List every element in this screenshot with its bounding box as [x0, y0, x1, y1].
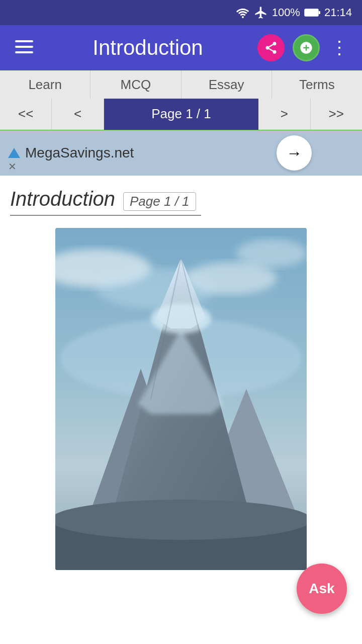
content-title: Introduction — [10, 188, 115, 210]
ad-site-name: MegaSavings.net — [25, 145, 134, 161]
prev-page-button[interactable]: < — [52, 99, 104, 130]
hamburger-menu-icon[interactable] — [10, 34, 38, 62]
svg-rect-4 — [15, 51, 33, 53]
app-bar: Introduction ⋮ — [0, 25, 362, 70]
time-text: 21:14 — [324, 6, 352, 19]
svg-point-6 — [266, 46, 269, 50]
svg-line-9 — [269, 45, 273, 47]
svg-rect-1 — [319, 11, 320, 14]
share-button[interactable] — [257, 34, 285, 61]
svg-rect-2 — [15, 40, 33, 42]
content-divider — [10, 215, 201, 216]
ad-logo-icon — [8, 148, 20, 158]
ad-close-button[interactable]: ✕ — [8, 160, 17, 173]
ad-logo: MegaSavings.net — [8, 145, 134, 161]
svg-point-25 — [55, 500, 307, 540]
svg-point-5 — [273, 42, 277, 45]
wifi-icon — [236, 7, 250, 18]
content-page-badge: Page 1 / 1 — [123, 192, 196, 211]
svg-rect-0 — [305, 9, 318, 16]
svg-point-13 — [236, 239, 307, 267]
ask-fab-button[interactable]: Ask — [297, 564, 347, 614]
airplane-icon — [254, 6, 268, 20]
last-page-button[interactable]: >> — [311, 99, 362, 130]
ad-banner: MegaSavings.net ✕ → — [0, 130, 362, 176]
status-icons: 100% 21:14 — [236, 6, 352, 20]
battery-text: 100% — [272, 6, 300, 19]
svg-rect-3 — [15, 46, 33, 48]
svg-point-7 — [273, 50, 277, 54]
content-title-row: Introduction Page 1 / 1 — [10, 188, 352, 211]
tab-mcq[interactable]: MCQ — [90, 70, 181, 99]
tab-bar: Learn MCQ Essay Terms — [0, 70, 362, 99]
add-button[interactable] — [293, 34, 320, 61]
status-bar: 100% 21:14 — [0, 0, 362, 25]
current-page-indicator[interactable]: Page 1 / 1 — [104, 99, 258, 130]
mountain-image — [55, 228, 307, 570]
app-bar-actions: ⋮ — [257, 34, 352, 61]
svg-line-8 — [269, 49, 273, 51]
content-area: Introduction Page 1 / 1 — [0, 176, 362, 582]
ad-arrow-button[interactable]: → — [277, 135, 312, 171]
mountain-svg — [55, 228, 307, 570]
tab-terms[interactable]: Terms — [272, 70, 362, 99]
page-title: Introduction — [48, 36, 247, 60]
battery-icon — [304, 8, 320, 17]
first-page-button[interactable]: << — [0, 99, 52, 130]
pagination-bar: << < Page 1 / 1 > >> — [0, 99, 362, 130]
tab-essay[interactable]: Essay — [182, 70, 272, 99]
next-page-button[interactable]: > — [258, 99, 310, 130]
tab-learn[interactable]: Learn — [0, 70, 90, 99]
more-options-icon[interactable]: ⋮ — [328, 35, 352, 61]
